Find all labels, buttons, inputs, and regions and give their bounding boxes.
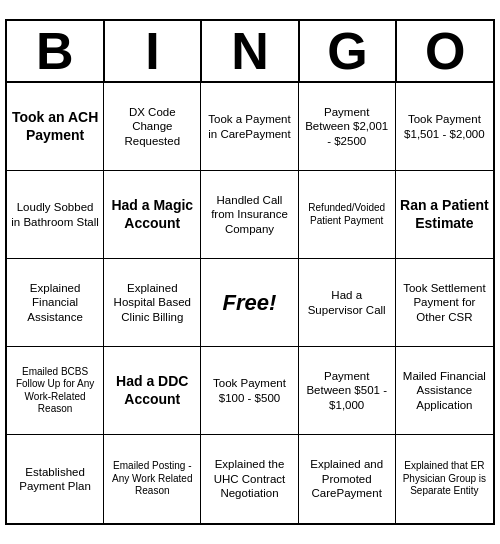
bingo-cell-25[interactable]: Explained that ER Physician Group is Sep…: [396, 435, 493, 523]
bingo-cell-22[interactable]: Emailed Posting - Any Work Related Reaso…: [104, 435, 201, 523]
header-letter-n: N: [202, 21, 300, 81]
bingo-cell-19[interactable]: Payment Between $501 - $1,000: [299, 347, 396, 435]
bingo-cell-8[interactable]: Handled Call from Insurance Company: [201, 171, 298, 259]
bingo-cell-3[interactable]: Took a Payment in CarePayment: [201, 83, 298, 171]
bingo-cell-20[interactable]: Mailed Financial Assistance Application: [396, 347, 493, 435]
bingo-cell-5[interactable]: Took Payment $1,501 - $2,000: [396, 83, 493, 171]
bingo-cell-6[interactable]: Loudly Sobbed in Bathroom Stall: [7, 171, 104, 259]
bingo-cell-14[interactable]: Had a Supervisor Call: [299, 259, 396, 347]
bingo-cell-17[interactable]: Had a DDC Account: [104, 347, 201, 435]
bingo-cell-15[interactable]: Took Settlement Payment for Other CSR: [396, 259, 493, 347]
bingo-cell-16[interactable]: Emailed BCBS Follow Up for Any Work-Rela…: [7, 347, 104, 435]
bingo-cell-12[interactable]: Explained Hospital Based Clinic Billing: [104, 259, 201, 347]
bingo-cell-4[interactable]: Payment Between $2,001 - $2500: [299, 83, 396, 171]
header-letter-g: G: [300, 21, 398, 81]
header-letter-o: O: [397, 21, 493, 81]
bingo-cell-23[interactable]: Explained the UHC Contract Negotiation: [201, 435, 298, 523]
bingo-cell-7[interactable]: Had a Magic Account: [104, 171, 201, 259]
bingo-card: BINGO Took an ACH PaymentDX Code Change …: [5, 19, 495, 525]
bingo-cell-1[interactable]: Took an ACH Payment: [7, 83, 104, 171]
bingo-cell-24[interactable]: Explained and Promoted CarePayment: [299, 435, 396, 523]
bingo-cell-11[interactable]: Explained Financial Assistance: [7, 259, 104, 347]
bingo-cell-2[interactable]: DX Code Change Requested: [104, 83, 201, 171]
bingo-cell-9[interactable]: Refunded/Voided Patient Payment: [299, 171, 396, 259]
header-letter-i: I: [105, 21, 203, 81]
bingo-cell-18[interactable]: Took Payment $100 - $500: [201, 347, 298, 435]
bingo-cell-13[interactable]: Free!: [201, 259, 298, 347]
bingo-header: BINGO: [7, 21, 493, 83]
bingo-cell-10[interactable]: Ran a Patient Estimate: [396, 171, 493, 259]
header-letter-b: B: [7, 21, 105, 81]
bingo-cell-21[interactable]: Established Payment Plan: [7, 435, 104, 523]
bingo-grid: Took an ACH PaymentDX Code Change Reques…: [7, 83, 493, 523]
